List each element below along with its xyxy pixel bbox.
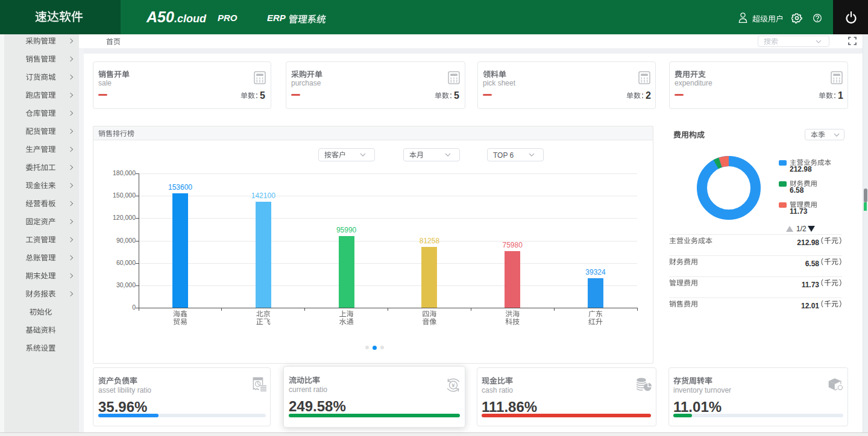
svg-text:¥: ¥ — [451, 382, 455, 388]
